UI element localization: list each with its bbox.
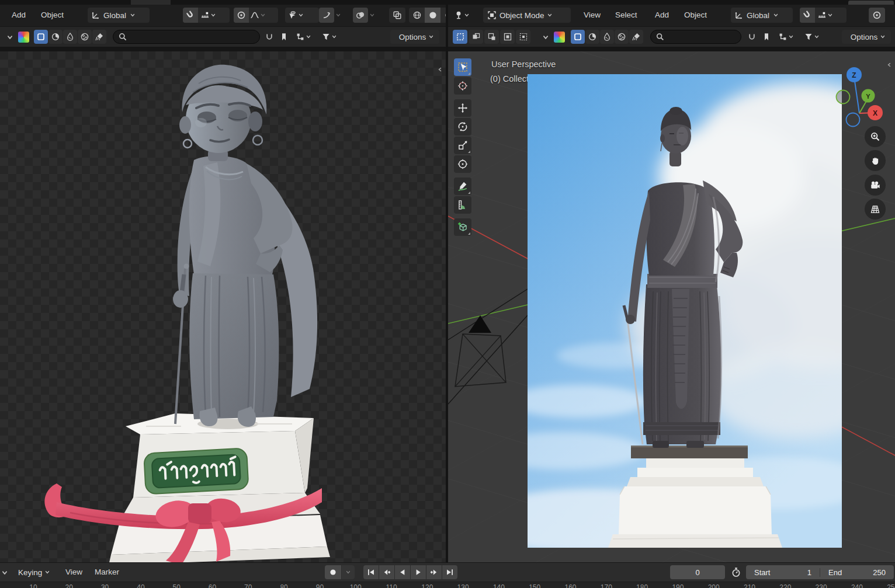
tool-move[interactable] bbox=[454, 99, 471, 117]
scene-selector-sliver[interactable] bbox=[848, 1, 894, 5]
filter-sphere-button[interactable] bbox=[48, 30, 63, 44]
play-reverse-button[interactable] bbox=[395, 565, 410, 579]
bookmark-button[interactable] bbox=[277, 30, 290, 44]
tool-scale[interactable] bbox=[454, 137, 471, 154]
proportional-editing-button[interactable] bbox=[234, 8, 249, 23]
zoom-button[interactable] bbox=[865, 126, 886, 147]
filter-viewlayer-button[interactable] bbox=[571, 30, 585, 44]
axis-neg-y-ball[interactable] bbox=[837, 91, 850, 104]
select-intersect-button[interactable] bbox=[516, 30, 530, 44]
timeline-ruler[interactable]: 1020304050607080901001101201301401501601… bbox=[0, 582, 895, 588]
orthographic-toggle-button[interactable] bbox=[865, 199, 886, 220]
search-input[interactable] bbox=[131, 32, 250, 42]
jump-to-start-button[interactable] bbox=[363, 565, 379, 579]
mirror-curve-button[interactable] bbox=[745, 30, 759, 44]
filter-world-button[interactable] bbox=[78, 30, 92, 44]
tool-rotate[interactable] bbox=[454, 118, 471, 135]
select-set-button[interactable] bbox=[453, 30, 467, 44]
tool-annotate[interactable] bbox=[454, 178, 471, 195]
mode-dropdown[interactable]: Object Mode bbox=[483, 8, 571, 23]
left-options-dropdown[interactable]: Options bbox=[390, 30, 439, 44]
visibility-dropdown[interactable] bbox=[285, 8, 319, 23]
jump-to-end-button[interactable] bbox=[442, 565, 457, 579]
transform-orientation-dropdown[interactable]: Global bbox=[88, 8, 150, 23]
start-frame-field[interactable]: Start 1 bbox=[746, 568, 820, 577]
snap-toggle-button[interactable] bbox=[183, 8, 198, 23]
preview-range-button[interactable] bbox=[729, 565, 743, 579]
search-input[interactable] bbox=[668, 32, 741, 42]
filter-sphere-button[interactable] bbox=[585, 30, 599, 44]
timeline-marker-menu[interactable]: Marker bbox=[92, 565, 122, 580]
chevron-down-icon[interactable] bbox=[543, 34, 549, 40]
overlays-toggle[interactable] bbox=[353, 8, 368, 23]
filter-brush-button[interactable] bbox=[629, 30, 643, 44]
overlays-dropdown[interactable] bbox=[353, 8, 381, 23]
left-search-field[interactable] bbox=[113, 30, 260, 44]
pan-button[interactable] bbox=[865, 150, 886, 171]
tool-cursor[interactable] bbox=[454, 77, 471, 95]
tool-select-box[interactable] bbox=[454, 58, 471, 76]
auto-key-dropdown[interactable] bbox=[342, 565, 355, 579]
bookmark-button[interactable] bbox=[760, 30, 773, 44]
chevron-down-icon[interactable] bbox=[261, 13, 265, 18]
material-preview-ball-icon[interactable] bbox=[18, 32, 29, 43]
shading-material-button[interactable] bbox=[440, 8, 446, 23]
workspace-tab-strip[interactable] bbox=[0, 0, 895, 5]
gizmo-toggle[interactable] bbox=[319, 8, 334, 23]
add-menu[interactable]: Add bbox=[653, 8, 671, 23]
mirror-curve-button[interactable] bbox=[262, 30, 276, 44]
shading-wireframe-button[interactable] bbox=[409, 8, 425, 23]
right-3d-canvas[interactable]: User Perspective (0) Collection bbox=[448, 51, 895, 567]
navigation-gizmo[interactable]: Z Y X bbox=[799, 57, 895, 130]
filter-viewlayer-button[interactable] bbox=[34, 30, 48, 44]
filter-dropdown[interactable] bbox=[800, 30, 823, 44]
active-workspace-tab[interactable] bbox=[131, 0, 171, 5]
tool-measure[interactable] bbox=[454, 196, 471, 214]
snap-target-dropdown[interactable] bbox=[198, 11, 218, 20]
collections-dropdown[interactable] bbox=[774, 30, 797, 44]
timeline-editor-chevron[interactable] bbox=[2, 570, 8, 576]
filter-brush-button[interactable] bbox=[92, 30, 106, 44]
falloff-curve-icon[interactable] bbox=[250, 11, 259, 20]
tool-transform[interactable] bbox=[454, 155, 471, 173]
add-menu[interactable]: Add bbox=[9, 8, 28, 23]
record-button[interactable] bbox=[325, 565, 341, 579]
right-options-dropdown[interactable]: Options bbox=[842, 30, 891, 44]
tool-add-cube[interactable] bbox=[454, 218, 471, 236]
proportional-editing-button[interactable] bbox=[869, 8, 885, 23]
material-preview-ball-icon[interactable] bbox=[554, 32, 565, 43]
filter-dropdown[interactable] bbox=[317, 30, 341, 44]
keying-dropdown[interactable]: Keying bbox=[15, 565, 50, 579]
select-subtract-button[interactable] bbox=[484, 30, 499, 44]
select-invert-button[interactable] bbox=[500, 30, 515, 44]
editor-type-dropdown[interactable] bbox=[454, 8, 480, 23]
sidebar-collapse-arrow-right-viewport[interactable] bbox=[886, 60, 893, 70]
current-frame-field[interactable]: 0 bbox=[670, 565, 725, 579]
reference-photo[interactable] bbox=[528, 74, 842, 548]
filter-fluid-button[interactable] bbox=[600, 30, 614, 44]
right-search-field[interactable] bbox=[650, 30, 741, 44]
end-frame-field[interactable]: End 250 bbox=[820, 568, 894, 577]
transform-orientation-dropdown[interactable]: Global bbox=[731, 8, 793, 23]
xray-toggle-button[interactable] bbox=[389, 8, 405, 23]
shading-solid-button[interactable] bbox=[425, 8, 440, 23]
axis-neg-z-ball[interactable] bbox=[847, 113, 860, 127]
chevron-down-icon[interactable] bbox=[7, 34, 13, 40]
object-menu[interactable]: Object bbox=[682, 8, 709, 23]
prev-keyframe-button[interactable] bbox=[379, 565, 394, 579]
sidebar-collapse-arrow-left-viewport[interactable] bbox=[436, 64, 443, 75]
camera-object[interactable] bbox=[455, 315, 506, 387]
collections-dropdown[interactable] bbox=[292, 30, 315, 44]
select-menu[interactable]: Select bbox=[613, 8, 640, 23]
snap-target-dropdown[interactable] bbox=[815, 11, 835, 20]
camera-view-button[interactable] bbox=[865, 175, 886, 196]
left-3d-canvas[interactable] bbox=[0, 51, 446, 567]
timeline-view-menu[interactable]: View bbox=[63, 565, 85, 580]
filter-fluid-button[interactable] bbox=[63, 30, 77, 44]
object-menu[interactable]: Object bbox=[39, 8, 66, 23]
view-menu[interactable]: View bbox=[581, 8, 603, 23]
gizmos-dropdown[interactable] bbox=[319, 8, 347, 23]
select-extend-button[interactable] bbox=[469, 30, 483, 44]
play-button[interactable] bbox=[411, 565, 426, 579]
next-keyframe-button[interactable] bbox=[426, 565, 442, 579]
